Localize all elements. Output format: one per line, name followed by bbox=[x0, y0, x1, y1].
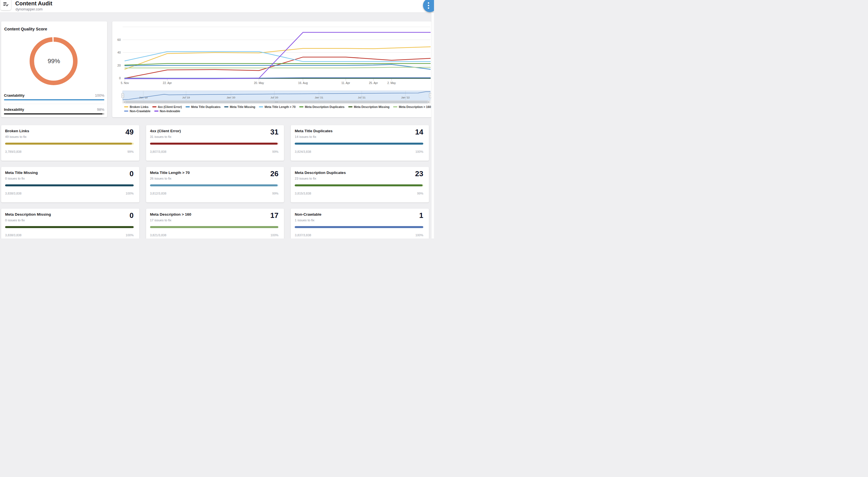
legend-label: Meta Title Duplicates bbox=[191, 105, 220, 108]
metric-card[interactable]: Meta Title Duplicates 14 issues to fix 1… bbox=[291, 125, 429, 161]
metric-card-count: 31 bbox=[270, 128, 278, 136]
cards-row-3: Meta Description Missing 0 issues to fix… bbox=[1, 209, 429, 238]
x-axis-label: 22. Apr bbox=[163, 82, 172, 85]
series-meta-title-duplicates bbox=[125, 65, 430, 69]
legend-item-meta-title-duplicates[interactable]: Meta Title Duplicates bbox=[186, 105, 220, 108]
legend-item-meta-title-length-70[interactable]: Meta Title Length > 70 bbox=[259, 105, 296, 108]
metric-card-title: Meta Title Missing bbox=[5, 170, 38, 175]
trend-chart: 02040605. Nov22. Apr20. May16. Aug11. Ap… bbox=[112, 22, 431, 104]
metric-card-title: Meta Description Missing bbox=[5, 212, 51, 217]
metric-card-fraction: 3,824/3,838 bbox=[295, 150, 311, 153]
metric-card-progressbar bbox=[150, 142, 279, 145]
metric-card-subtitle: 17 issues to fix bbox=[150, 219, 172, 222]
metric-card-title: Meta Title Duplicates bbox=[295, 129, 333, 133]
navigator-label: Jul '19 bbox=[182, 96, 190, 99]
x-axis-label: 16. Aug bbox=[298, 82, 308, 85]
y-axis-label: 60 bbox=[117, 38, 121, 41]
metric-card-count: 49 bbox=[125, 128, 134, 136]
metric-card[interactable]: Meta Description Missing 0 issues to fix… bbox=[1, 209, 139, 238]
chart-legend: Broken Links4xx (Client Error)Meta Title… bbox=[124, 105, 429, 113]
metric-card-subtitle: 23 issues to fix bbox=[295, 177, 316, 180]
metric-card-percent: 99% bbox=[272, 150, 278, 153]
metric-card-count: 14 bbox=[415, 128, 423, 136]
metric-card-progressbar bbox=[150, 226, 279, 228]
metric-card-subtitle: 1 issues to fix bbox=[295, 219, 314, 222]
metric-card-fraction: 3,815/3,838 bbox=[295, 192, 311, 195]
metric-card-subtitle: 49 issues to fix bbox=[5, 135, 27, 138]
metric-card[interactable]: Meta Description > 160 17 issues to fix … bbox=[146, 209, 284, 238]
metric-card-title: Broken Links bbox=[5, 129, 29, 133]
issues-trend-chart-panel: 02040605. Nov22. Apr20. May16. Aug11. Ap… bbox=[112, 22, 431, 117]
header: Content Audit dynomapper.com bbox=[0, 0, 434, 13]
quality-score-value: 99% bbox=[1, 58, 106, 65]
metric-card-stats: 3,824/3,838 100% bbox=[295, 150, 423, 153]
metric-card-title: Meta Title Length > 70 bbox=[150, 170, 190, 175]
content-quality-score-panel: Content Quality Score 99% Crawlability 1… bbox=[1, 22, 107, 117]
metric-card-fraction: 3,821/3,838 bbox=[150, 233, 166, 237]
x-axis-label: 20. May bbox=[254, 82, 264, 85]
metric-card[interactable]: Meta Title Missing 0 issues to fix 0 3,8… bbox=[1, 167, 139, 202]
metric-card-count: 26 bbox=[270, 169, 278, 178]
series-meta-description-160 bbox=[125, 67, 430, 68]
y-axis-label: 20 bbox=[117, 64, 121, 67]
cards-row-1: Broken Links 49 issues to fix 49 3,789/3… bbox=[1, 125, 429, 161]
metric-card[interactable]: 4xx (Client Error) 31 issues to fix 31 3… bbox=[146, 125, 284, 161]
y-axis-label: 40 bbox=[117, 51, 121, 54]
legend-row: Broken Links4xx (Client Error)Meta Title… bbox=[124, 105, 429, 108]
legend-item-meta-description-duplicates[interactable]: Meta Description Duplicates bbox=[299, 105, 345, 108]
metric-card[interactable]: Non-Crawlable 1 issues to fix 1 3,837/3,… bbox=[291, 209, 429, 238]
metric-card-percent: 99% bbox=[272, 192, 278, 195]
legend-item-meta-description-missing[interactable]: Meta Description Missing bbox=[348, 105, 390, 108]
navigator-label: Jan '22 bbox=[401, 96, 409, 99]
metric-card-fraction: 3,812/3,838 bbox=[150, 192, 166, 195]
page-title: Content Audit bbox=[15, 0, 52, 7]
legend-label: Meta Title Missing bbox=[230, 105, 255, 108]
metric-card[interactable]: Meta Description Duplicates 23 issues to… bbox=[291, 167, 429, 202]
legend-row: Non-CrawlableNon-Indexable bbox=[124, 109, 429, 113]
legend-marker-icon bbox=[259, 106, 263, 107]
metric-card-stats: 3,821/3,838 100% bbox=[150, 233, 279, 237]
metric-card-percent: 100% bbox=[271, 233, 278, 237]
legend-marker-icon bbox=[124, 110, 128, 112]
series-broken-links bbox=[125, 47, 430, 69]
metric-card-title: Meta Description Duplicates bbox=[295, 170, 346, 175]
metric-card-progressbar bbox=[5, 226, 134, 228]
metric-card-stats: 3,815/3,838 99% bbox=[295, 192, 423, 195]
menu-button[interactable] bbox=[1, 0, 11, 10]
legend-label: Non-Crawlable bbox=[130, 109, 151, 113]
metric-card-stats: 3,789/3,838 99% bbox=[5, 150, 134, 153]
navigator-label: Jul '21 bbox=[358, 96, 366, 99]
x-axis-label: 5. Nov bbox=[121, 82, 129, 85]
metric-card-count: 1 bbox=[419, 211, 423, 220]
metric-card-progressbar bbox=[5, 184, 134, 186]
legend-marker-icon bbox=[186, 106, 190, 107]
legend-label: Meta Description Duplicates bbox=[305, 105, 345, 108]
legend-label: Meta Description Missing bbox=[354, 105, 390, 108]
legend-item-broken-links[interactable]: Broken Links bbox=[124, 105, 149, 108]
metric-card-progressbar bbox=[150, 184, 279, 186]
navigator-label: Jul '20 bbox=[271, 96, 278, 99]
legend-item-meta-title-missing[interactable]: Meta Title Missing bbox=[224, 105, 255, 108]
metric-card-count: 0 bbox=[129, 169, 133, 178]
metric-card[interactable]: Meta Title Length > 70 26 issues to fix … bbox=[146, 167, 284, 202]
metric-card-subtitle: 26 issues to fix bbox=[150, 177, 172, 180]
x-axis-label: 2. May bbox=[388, 82, 396, 85]
navigator-label: Jan '20 bbox=[227, 96, 235, 99]
metric-card-percent: 99% bbox=[417, 192, 423, 195]
metric-card-progressbar bbox=[295, 142, 423, 145]
quality-score-ring bbox=[1, 22, 107, 117]
page-scrollbar[interactable] bbox=[431, 13, 434, 238]
indexability-label: Indexability bbox=[4, 107, 24, 112]
legend-item-non-indexable[interactable]: Non-Indexable bbox=[154, 109, 180, 113]
metric-card-fraction: 3,807/3,838 bbox=[150, 150, 166, 153]
metric-card-count: 0 bbox=[129, 211, 133, 220]
metric-card-fraction: 3,837/3,838 bbox=[295, 233, 311, 237]
actions-fab-button[interactable] bbox=[423, 0, 434, 12]
legend-item-non-crawlable[interactable]: Non-Crawlable bbox=[124, 109, 151, 113]
metric-card-count: 17 bbox=[270, 211, 278, 220]
legend-label: Meta Description > 160 bbox=[399, 105, 431, 108]
legend-item-4xx-client-error-[interactable]: 4xx (Client Error) bbox=[152, 105, 182, 108]
metric-card[interactable]: Broken Links 49 issues to fix 49 3,789/3… bbox=[1, 125, 139, 161]
metric-card-fraction: 3,838/3,838 bbox=[5, 192, 22, 195]
legend-item-meta-description-160[interactable]: Meta Description > 160 bbox=[393, 105, 431, 108]
